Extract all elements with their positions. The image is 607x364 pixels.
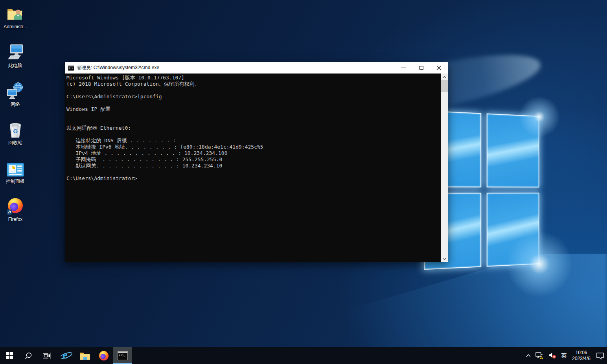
minimize-button[interactable] (395, 62, 412, 74)
cmd-console[interactable]: Microsoft Windows [版本 10.0.17763.107] (c… (65, 74, 448, 262)
recycle-bin-icon: ♻ (7, 119, 24, 138)
desktop-icon-label: Firefox (8, 217, 23, 222)
cmd-window-titlebar[interactable]: 管理员: C:\Windows\system32\cmd.exe (65, 62, 448, 74)
taskbar-clock[interactable]: 10:06 2023/4/6 (570, 350, 593, 362)
maximize-icon (419, 66, 423, 70)
firefox-icon (6, 196, 24, 215)
chevron-up-icon (526, 353, 531, 358)
file-explorer-icon (79, 351, 90, 360)
task-view-icon (43, 352, 51, 359)
desktop-icon-label: 网络 (11, 101, 20, 108)
this-pc-icon (6, 42, 24, 61)
desktop-icon-label: 回收站 (8, 140, 22, 146)
windows-logo-icon (6, 352, 13, 359)
network-icon (6, 80, 24, 100)
maximize-button[interactable] (412, 62, 430, 74)
desktop-icon-control-panel[interactable]: 控制面板 (2, 157, 28, 193)
cmd-icon (118, 351, 128, 360)
search-button[interactable] (19, 347, 38, 364)
start-button[interactable] (0, 347, 19, 364)
desktop-icon-firefox[interactable]: Firefox (2, 196, 28, 231)
input-language-indicator[interactable]: 英 (560, 347, 568, 364)
action-center-button[interactable] (595, 347, 605, 364)
cmd-taskbar-button[interactable] (113, 347, 132, 364)
firefox-button[interactable] (94, 347, 113, 364)
taskbar: e (0, 347, 607, 364)
logo-pane-top-right (486, 113, 539, 188)
clock-time: 10:06 (572, 350, 590, 356)
logo-pane-bottom-right (486, 193, 539, 267)
scroll-up-button[interactable] (441, 74, 448, 80)
cmd-window-title: 管理员: C:\Windows\system32\cmd.exe (77, 64, 395, 71)
close-icon (436, 65, 441, 70)
minimize-icon (401, 68, 406, 68)
chevron-down-icon (443, 258, 446, 260)
control-panel-icon (6, 157, 24, 177)
console-scrollbar[interactable] (441, 74, 448, 262)
console-output[interactable]: Microsoft Windows [版本 10.0.17763.107] (c… (65, 74, 441, 262)
scrollbar-thumb[interactable] (441, 80, 448, 92)
chevron-up-icon (443, 76, 446, 78)
firefox-icon (98, 350, 109, 361)
clock-date: 2023/4/6 (572, 356, 590, 362)
desktop-icon-label: 控制面板 (6, 178, 25, 185)
system-tray: 英 10:06 2023/4/6 (524, 347, 605, 364)
action-center-icon (596, 352, 604, 360)
desktop-icon-this-pc[interactable]: 此电脑 (2, 42, 28, 77)
desktop-icon-label: 此电脑 (8, 63, 22, 69)
search-icon (24, 352, 32, 360)
internet-explorer-button[interactable]: e (57, 347, 75, 364)
cmd-window: 管理员: C:\Windows\system32\cmd.exe Microso… (64, 62, 448, 262)
user-folder-icon (6, 3, 24, 23)
desktop-icon-administrator[interactable]: Administr... (2, 3, 28, 39)
scroll-down-button[interactable] (441, 256, 448, 262)
volume-button[interactable] (547, 347, 558, 364)
desktop-icon-column: Administr... 此电脑 (2, 3, 28, 234)
file-explorer-button[interactable] (75, 347, 94, 364)
volume-muted-icon (548, 352, 557, 359)
desktop-icon-recycle-bin[interactable]: ♻ 回收站 (2, 119, 28, 154)
internet-explorer-icon: e (60, 350, 72, 362)
network-warning-icon (535, 352, 544, 359)
scrollbar-track[interactable] (441, 92, 448, 256)
network-status-button[interactable] (534, 347, 545, 364)
task-view-button[interactable] (38, 347, 57, 364)
svg-text:♻: ♻ (13, 128, 18, 135)
desktop-icon-label: Administr... (4, 24, 27, 29)
close-button[interactable] (430, 62, 448, 74)
show-hidden-icons-button[interactable] (524, 347, 532, 364)
desktop-icon-network[interactable]: 网络 (2, 80, 28, 116)
cmd-icon (68, 65, 74, 71)
